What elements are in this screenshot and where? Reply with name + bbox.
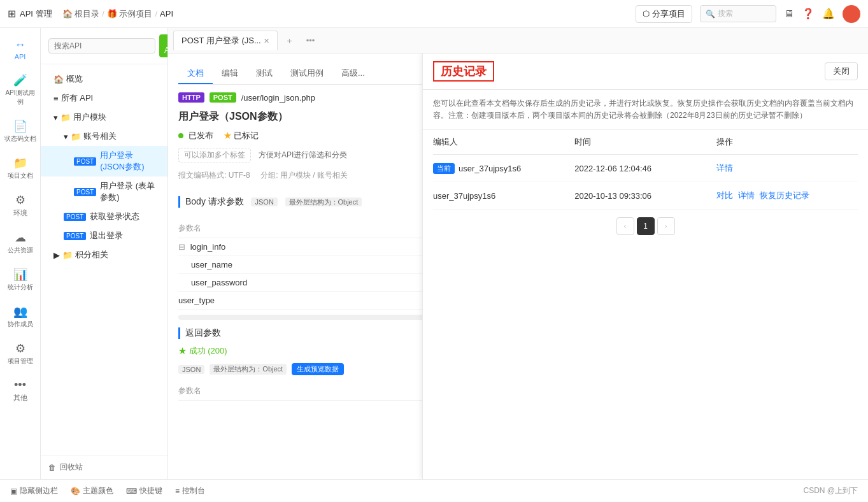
star-icon[interactable]: ★	[224, 131, 232, 140]
sidebar-label-test: API测试用例	[3, 89, 38, 106]
nav-item-points[interactable]: ▶ 📁 积分相关	[41, 245, 167, 264]
recycle-bin[interactable]: 🗑 回收站	[41, 455, 167, 479]
bottom-right-text: CSDN @上到下	[803, 485, 858, 496]
app-title: API 管理	[20, 8, 52, 20]
param-name-user-type: user_type	[178, 296, 215, 305]
history-editor-1: 当前 user_37ujpsy1s6	[433, 163, 574, 174]
history-row-1: 当前 user_37ujpsy1s6 2022-12-06 12:04:46 详…	[433, 155, 858, 182]
sidebar-item-test[interactable]: 🧪 API测试用例	[0, 68, 40, 111]
header-search[interactable]: 🔍 搜索	[700, 5, 776, 22]
close-history-button[interactable]: 关闭	[825, 62, 858, 80]
generate-preview-button[interactable]: 生成预览数据	[292, 363, 344, 375]
breadcrumb-home[interactable]: 🏠 根目录	[62, 8, 100, 20]
sidebar-item-stats[interactable]: 📊 统计分析	[0, 262, 40, 297]
sidebar-item-api[interactable]: ↔ API	[0, 33, 40, 66]
tab-test[interactable]: 测试	[247, 64, 281, 84]
tab-edit[interactable]: 编辑	[213, 64, 247, 84]
success-badge: ★ 成功 (200)	[178, 345, 227, 357]
content-tabs-bar: POST 用户登录 (JS... ✕ ＋ •••	[168, 28, 868, 54]
history-actions-1: 详情	[716, 162, 858, 174]
nav-item-post-login-json[interactable]: POST 用户登录 (JSON参数)	[41, 146, 167, 176]
search-api-input[interactable]	[48, 38, 155, 54]
top-header: ⊞ API 管理 🏠 根目录 / 🎁 示例项目 / API ⬡ 分享项目 🔍 搜…	[0, 0, 868, 28]
sidebar-item-project-doc[interactable]: 📁 项目文档	[0, 151, 40, 185]
chevron-down-icon-2: ▾	[64, 132, 68, 141]
param-name-user-name: user_name	[191, 260, 232, 269]
nav-tree: 🏠 概览 ≡ 所有 API ▾ 📁 用户模块 ▾ 📁 账号相关 P	[41, 64, 167, 455]
post-badge-2: POST	[74, 188, 96, 196]
bell-icon[interactable]: 🔔	[822, 8, 835, 20]
sidebar-item-env[interactable]: ⚙ 环境	[0, 188, 40, 223]
content-tab-post-login[interactable]: POST 用户登录 (JS... ✕	[173, 31, 278, 50]
more-tabs-button[interactable]: •••	[301, 32, 320, 49]
public-icon: ☁	[15, 231, 26, 245]
tab-advanced[interactable]: 高级...	[332, 64, 374, 84]
header-right: ⬡ 分享项目 🔍 搜索 🖥 ❓ 🔔	[636, 5, 860, 23]
col-header-time: 时间	[574, 136, 716, 148]
sidebar-item-collab[interactable]: 👥 协作成员	[0, 299, 40, 334]
sidebar-item-other[interactable]: ••• 其他	[0, 373, 40, 408]
post-badge-main: POST	[210, 92, 236, 103]
detail-link-2[interactable]: 详情	[738, 190, 755, 201]
compare-link-2[interactable]: 对比	[716, 190, 733, 201]
history-table: 编辑人 时间 操作 当前 user_37ujpsy1s6 2022-12-06 …	[423, 130, 868, 479]
sidebar-item-settings[interactable]: ⚙ 项目管理	[0, 336, 40, 371]
monitor-icon[interactable]: 🖥	[784, 8, 794, 20]
tab-test-case[interactable]: 测试用例	[281, 64, 332, 84]
expand-icon[interactable]: ⊟	[178, 242, 185, 252]
breadcrumb-sep-2: /	[155, 9, 157, 18]
close-tab-icon[interactable]: ✕	[264, 37, 269, 45]
nav-item-post-login-form[interactable]: POST 用户登录 (表单参数)	[41, 176, 167, 207]
breadcrumb-project[interactable]: 🎁 示例项目	[107, 8, 153, 20]
settings-icon: ⚙	[15, 341, 25, 355]
second-sidebar-header: + API ▾	[41, 28, 167, 64]
chevron-down-icon: ▾	[53, 113, 58, 122]
add-tab-button[interactable]: ＋	[279, 31, 300, 50]
next-page-button[interactable]: ›	[657, 217, 675, 235]
nav-item-account[interactable]: ▾ 📁 账号相关	[41, 127, 167, 146]
col-header-editor: 编辑人	[433, 136, 574, 148]
hide-sidebar-button[interactable]: ▣ 隐藏侧边栏	[10, 485, 58, 496]
theme-button[interactable]: 🎨 主题颜色	[71, 485, 113, 496]
grid-icon: ⊞	[8, 8, 16, 20]
tag-filter-label: 方便对API进行筛选和分类	[259, 150, 347, 161]
nav-item-logout[interactable]: POST 退出登录	[41, 226, 167, 245]
console-icon: ≡	[175, 487, 180, 496]
detail-link-1[interactable]: 详情	[716, 162, 733, 174]
post-badge-4: POST	[64, 232, 86, 240]
breadcrumb: 🏠 根目录 / 🎁 示例项目 / API	[62, 8, 630, 20]
history-row-2: user_37ujpsy1s6 2020-10-13 09:33:06 对比 详…	[433, 182, 858, 210]
add-api-button[interactable]: + API ▾	[159, 34, 168, 57]
tab-doc[interactable]: 文档	[178, 64, 213, 84]
nav-item-all-api[interactable]: ≡ 所有 API	[41, 89, 167, 108]
console-button[interactable]: ≡ 控制台	[175, 485, 205, 496]
nav-item-login-status[interactable]: POST 获取登录状态	[41, 207, 167, 226]
post-badge-1: POST	[74, 157, 96, 166]
breadcrumb-sep-1: /	[102, 9, 104, 18]
chevron-right-icon: ▶	[53, 250, 60, 260]
prev-page-button[interactable]: ‹	[616, 217, 634, 235]
history-title: 历史记录	[433, 61, 494, 82]
share-button[interactable]: ⬡ 分享项目	[636, 5, 692, 23]
sidebar-item-status[interactable]: 📄 状态码文档	[0, 114, 40, 148]
help-icon[interactable]: ❓	[802, 8, 815, 20]
encoding-meta: 报文编码格式: UTF-8	[178, 171, 250, 180]
home-icon: 🏠	[53, 75, 64, 84]
return-json-badge: JSON	[178, 365, 204, 374]
avatar[interactable]	[843, 5, 860, 23]
trash-icon: 🗑	[48, 463, 56, 472]
app-logo[interactable]: ⊞ API 管理	[8, 8, 52, 20]
pagination: ‹ 1 ›	[433, 210, 858, 243]
history-editor-name-1: user_37ujpsy1s6	[459, 164, 521, 173]
add-tag-button[interactable]: 可以添加多个标签	[178, 148, 251, 162]
folder-icon: 📁	[60, 113, 71, 122]
nav-item-overview[interactable]: 🏠 概览	[41, 69, 167, 89]
sidebar-item-public[interactable]: ☁ 公共资源	[0, 226, 40, 260]
shortcuts-button[interactable]: ⌨ 快捷键	[126, 485, 162, 496]
published-status: 已发布	[178, 130, 213, 141]
struct-badge: 最外层结构为：Object	[285, 197, 362, 206]
restore-link-2[interactable]: 恢复历史记录	[760, 190, 809, 201]
api-icon: ↔	[15, 38, 26, 52]
nav-item-user-module[interactable]: ▾ 📁 用户模块	[41, 108, 167, 127]
page-1-button[interactable]: 1	[637, 217, 655, 235]
